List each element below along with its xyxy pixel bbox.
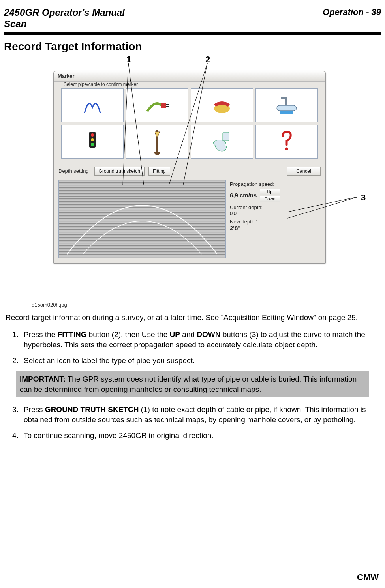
new-depth-value: 2'8" bbox=[230, 225, 320, 231]
section-title: Record Target Information bbox=[4, 40, 381, 53]
question-mark-icon bbox=[279, 130, 295, 154]
fitting-bold: FITTING bbox=[58, 330, 87, 339]
up-bold: UP bbox=[170, 330, 180, 339]
svg-rect-6 bbox=[161, 103, 166, 108]
header-left: 2450GR Operator's Manual Scan bbox=[4, 7, 125, 30]
important-text: The GPR system does not identify what ty… bbox=[20, 375, 357, 393]
ground-truth-bold: GROUND TRUTH SKETCH bbox=[45, 405, 139, 414]
street-lamp-icon bbox=[149, 128, 165, 155]
svg-rect-11 bbox=[285, 97, 287, 105]
step-4: To continue scanning, move 2450GR in ori… bbox=[21, 431, 378, 441]
group-label: Select pipe/cable to confirm marker bbox=[62, 82, 139, 87]
prop-speed-value: 6,9 cm/ns bbox=[230, 192, 257, 198]
icon-group: Select pipe/cable to confirm marker bbox=[58, 85, 321, 161]
footer: CMW bbox=[357, 572, 379, 582]
electric-icon[interactable] bbox=[126, 88, 188, 122]
traffic-icon[interactable] bbox=[61, 125, 124, 159]
down-button[interactable]: Down bbox=[260, 196, 280, 202]
toilet-icon bbox=[211, 130, 233, 154]
step-2: Select an icon to label the type of pipe… bbox=[21, 356, 378, 366]
callout-2: 2 bbox=[205, 54, 210, 65]
phone-icon bbox=[208, 96, 236, 115]
depth-setting-label: Depth setting bbox=[58, 168, 90, 174]
window-title: Marker bbox=[58, 73, 75, 79]
plug-icon bbox=[143, 96, 171, 115]
new-depth-label: New depth:" bbox=[230, 219, 320, 225]
svg-marker-18 bbox=[154, 152, 160, 155]
svg-point-23 bbox=[285, 147, 288, 150]
unknown-icon[interactable] bbox=[255, 125, 318, 159]
svg-rect-21 bbox=[223, 132, 229, 141]
figure-area: 1 2 3 Marker Select pipe/cable to confir… bbox=[4, 55, 381, 308]
bottom-row: Propagation speed: 6,9 cm/ns Up Down Cur… bbox=[54, 178, 325, 263]
step-3: Press GROUND TRUTH SKETCH (1) to note ex… bbox=[21, 404, 378, 425]
svg-point-20 bbox=[156, 130, 158, 132]
current-depth-label: Current depth: bbox=[230, 204, 320, 210]
traffic-light-icon bbox=[83, 130, 102, 154]
callout-3: 3 bbox=[361, 193, 366, 203]
svg-rect-10 bbox=[277, 105, 297, 111]
rule-thin bbox=[4, 34, 381, 35]
rule-thick bbox=[4, 32, 381, 34]
svg-point-14 bbox=[91, 133, 94, 137]
lamp-icon[interactable] bbox=[126, 125, 188, 159]
radar-preview bbox=[58, 180, 226, 258]
steps-list-b: Press GROUND TRUTH SKETCH (1) to note ex… bbox=[21, 404, 378, 440]
window-titlebar: Marker bbox=[54, 71, 325, 82]
marker-window: Marker Select pipe/cable to confirm mark… bbox=[53, 71, 326, 264]
prop-speed-label: Propagation speed: bbox=[230, 181, 320, 187]
image-caption: e15om020h.jpg bbox=[32, 302, 67, 308]
water-icon[interactable] bbox=[255, 88, 318, 122]
step-1: Press the FITTING button (2), then Use t… bbox=[21, 330, 378, 350]
important-box: IMPORTANT: The GPR system does not ident… bbox=[16, 371, 369, 397]
side-panel: Propagation speed: 6,9 cm/ns Up Down Cur… bbox=[229, 180, 321, 258]
svg-rect-17 bbox=[156, 136, 158, 153]
svg-point-15 bbox=[91, 138, 94, 141]
icon-grid bbox=[61, 88, 318, 159]
sink-icon bbox=[273, 94, 300, 116]
button-row: Depth setting Ground truth sketch Fittin… bbox=[54, 163, 325, 178]
cancel-button[interactable]: Cancel bbox=[287, 167, 321, 176]
telecom-icon[interactable] bbox=[191, 88, 253, 122]
steps-list-a: Press the FITTING button (2), then Use t… bbox=[21, 330, 378, 365]
up-button[interactable]: Up bbox=[260, 189, 280, 195]
callout-1: 1 bbox=[126, 54, 131, 65]
manual-title: 2450GR Operator's Manual bbox=[4, 7, 125, 19]
svg-rect-12 bbox=[280, 111, 293, 114]
section-name: Scan bbox=[4, 19, 125, 30]
flame-icon bbox=[81, 96, 104, 115]
svg-marker-19 bbox=[155, 132, 160, 137]
intro-text: Record target information during a surve… bbox=[6, 313, 379, 323]
page-header: 2450GR Operator's Manual Scan Operation … bbox=[4, 0, 381, 31]
gas-icon[interactable] bbox=[61, 88, 124, 122]
current-depth-value: 0'0" bbox=[230, 210, 320, 216]
sewer-icon[interactable] bbox=[191, 125, 253, 159]
svg-point-16 bbox=[91, 143, 94, 146]
page-ref: Operation - 39 bbox=[323, 7, 381, 17]
important-label: IMPORTANT: bbox=[20, 375, 66, 383]
down-bold: DOWN bbox=[197, 330, 220, 339]
hyperbola-overlay bbox=[59, 180, 225, 258]
ground-truth-button[interactable]: Ground truth sketch bbox=[94, 167, 145, 176]
fitting-button[interactable]: Fitting bbox=[148, 167, 170, 176]
